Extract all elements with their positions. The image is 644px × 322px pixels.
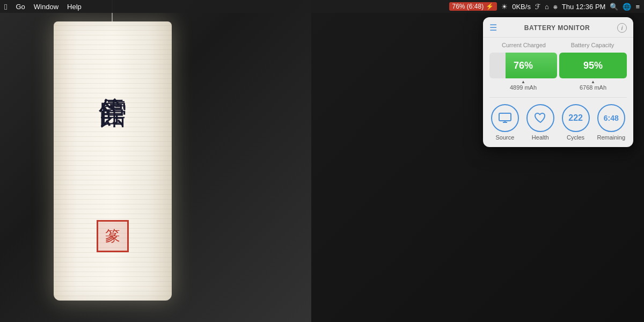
remaining-value: 6:48: [604, 114, 619, 122]
network-speed: 0KB/s: [512, 3, 531, 11]
apple-menu[interactable]: : [4, 2, 7, 11]
lantern-seal: 篆: [97, 220, 129, 252]
health-label: Health: [532, 134, 549, 141]
menu-help[interactable]: Help: [67, 3, 82, 11]
cycles-item[interactable]: 222 Cycles: [562, 104, 590, 141]
current-arrow: ▲: [489, 79, 557, 84]
popup-columns: Current Charged Battery Capacity: [483, 38, 633, 50]
battery-monitor-popup: ☰ BATTERY MONITOR i Current Charged Batt…: [483, 17, 633, 147]
info-icon[interactable]: i: [617, 23, 627, 33]
menubar-left:  Go Window Help: [4, 2, 82, 11]
current-charged-header: Current Charged: [489, 42, 558, 48]
source-icon-circle: [491, 104, 519, 132]
battery-capacity-header: Battery Capacity: [558, 42, 627, 48]
svg-rect-0: [499, 113, 511, 121]
battery-percent-time: 76% (6:48): [452, 3, 484, 10]
health-icon-circle: [526, 104, 554, 132]
menubar:  Go Window Help 76% (6:48) ⚡ ☀ 0KB/s ℱ …: [0, 0, 644, 13]
popup-icons: Source Health 222 Cycles 6:48 Remainin: [483, 102, 633, 147]
source-svg-icon: [499, 113, 511, 123]
current-mah: 4899 mAh: [489, 84, 557, 91]
source-item[interactable]: Source: [491, 104, 519, 141]
lantern-area: 停雲館 篆: [0, 0, 311, 322]
popup-divider: [489, 97, 627, 98]
brightness-icon[interactable]: ☀: [501, 3, 508, 11]
battery-capacity-label: 95%: [559, 53, 627, 78]
bolt-icon: ⚡: [486, 3, 494, 10]
cycles-value: 222: [568, 113, 583, 123]
menu-go[interactable]: Go: [16, 3, 25, 11]
lantern-text: 停雲館: [97, 75, 128, 82]
current-charged-bar: 76%: [489, 53, 557, 78]
capacity-arrow: ▲: [559, 79, 627, 84]
wifi-icon[interactable]: ⌂: [545, 3, 549, 11]
search-icon[interactable]: 🔍: [610, 3, 618, 11]
siri-icon[interactable]: 🌐: [623, 3, 631, 11]
lantern-texture: [54, 21, 172, 301]
capacity-mah: 6768 mAh: [559, 84, 627, 91]
bluetooth-icon[interactable]: ℱ: [535, 3, 540, 11]
menubar-right: 76% (6:48) ⚡ ☀ 0KB/s ℱ ⌂ ⎈ Thu 12:36 PM …: [449, 2, 640, 11]
remaining-icon-circle: 6:48: [597, 104, 625, 132]
system-time: Thu 12:36 PM: [562, 3, 606, 11]
popup-title: BATTERY MONITOR: [497, 24, 617, 32]
current-charged-label: 76%: [489, 53, 557, 78]
battery-status-indicator[interactable]: 76% (6:48) ⚡: [449, 2, 497, 11]
menu-window[interactable]: Window: [34, 3, 58, 11]
keyboard-icon[interactable]: ⎈: [553, 3, 558, 11]
cycles-label: Cycles: [567, 134, 584, 141]
remaining-label: Remaining: [597, 134, 625, 141]
current-charged-bar-container: 76% ▲ 4899 mAh: [489, 53, 557, 91]
health-item[interactable]: Health: [526, 104, 554, 141]
popup-header: ☰ BATTERY MONITOR i: [483, 17, 633, 38]
popup-bars: 76% ▲ 4899 mAh 95% ▲ 6768 mAh: [483, 50, 633, 93]
hamburger-menu-icon[interactable]: ☰: [489, 23, 497, 33]
control-center-icon[interactable]: ≡: [635, 3, 640, 11]
cycles-icon-circle: 222: [562, 104, 590, 132]
health-svg-icon: [534, 112, 547, 124]
battery-capacity-bar-container: 95% ▲ 6768 mAh: [559, 53, 627, 91]
source-label: Source: [495, 134, 514, 141]
lantern: 停雲館 篆: [54, 21, 172, 301]
battery-capacity-bar: 95%: [559, 53, 627, 78]
remaining-item[interactable]: 6:48 Remaining: [597, 104, 625, 141]
